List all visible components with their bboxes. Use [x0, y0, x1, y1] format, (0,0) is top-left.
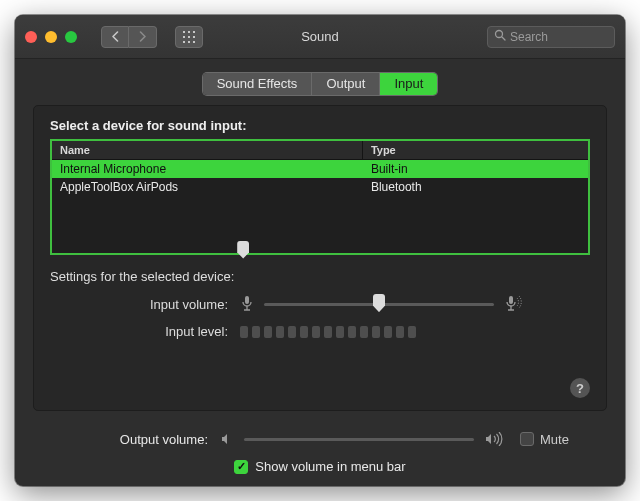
show-volume-checkbox[interactable]	[234, 460, 248, 474]
show-all-button[interactable]	[175, 26, 203, 48]
checkbox-icon	[520, 432, 534, 446]
svg-rect-5	[193, 36, 195, 38]
svg-rect-1	[188, 31, 190, 33]
search-icon	[494, 29, 506, 44]
output-volume-slider[interactable]	[244, 429, 474, 449]
svg-rect-4	[188, 36, 190, 38]
minimize-window-button[interactable]	[45, 31, 57, 43]
svg-rect-7	[188, 41, 190, 43]
column-type: Type	[363, 141, 588, 159]
back-button[interactable]	[101, 26, 129, 48]
input-volume-slider[interactable]	[264, 294, 494, 314]
svg-point-9	[496, 31, 503, 38]
output-volume-label: Output volume:	[45, 432, 220, 447]
input-level-meter	[240, 326, 416, 338]
microphone-low-icon	[240, 295, 254, 313]
tab-bar: Sound Effects Output Input	[15, 59, 625, 105]
input-panel: Select a device for sound input: Name Ty…	[33, 105, 607, 411]
close-window-button[interactable]	[25, 31, 37, 43]
input-device-table[interactable]: Name Type Internal Microphone Built-in A…	[50, 139, 590, 255]
help-button[interactable]: ?	[570, 378, 590, 398]
search-placeholder: Search	[510, 30, 548, 44]
svg-rect-3	[183, 36, 185, 38]
tab-input[interactable]: Input	[380, 73, 437, 95]
nav-buttons	[101, 26, 157, 48]
mute-checkbox[interactable]: Mute	[520, 432, 569, 447]
mute-label: Mute	[540, 432, 569, 447]
svg-rect-2	[193, 31, 195, 33]
tab-sound-effects[interactable]: Sound Effects	[203, 73, 313, 95]
slider-track	[244, 438, 474, 441]
svg-line-10	[502, 37, 505, 40]
window-controls	[25, 31, 77, 43]
svg-rect-14	[509, 296, 513, 304]
speaker-low-icon	[220, 432, 234, 446]
input-device-heading: Select a device for sound input:	[50, 118, 590, 133]
input-level-label: Input level:	[50, 324, 240, 339]
search-field[interactable]: Search	[487, 26, 615, 48]
settings-heading: Settings for the selected device:	[50, 269, 590, 284]
input-volume-label: Input volume:	[50, 297, 240, 312]
table-row[interactable]: AppleToolBox AirPods Bluetooth	[52, 178, 588, 196]
microphone-high-icon	[504, 295, 524, 313]
zoom-window-button[interactable]	[65, 31, 77, 43]
show-volume-label: Show volume in menu bar	[255, 459, 405, 474]
sound-preferences-window: Sound Search Sound Effects Output Input …	[15, 15, 625, 486]
table-header: Name Type	[52, 141, 588, 160]
show-volume-row: Show volume in menu bar	[45, 459, 595, 474]
svg-rect-11	[245, 296, 249, 304]
output-section: Output volume: Mute Show volume in menu …	[15, 425, 625, 486]
slider-thumb[interactable]	[373, 294, 385, 312]
svg-rect-6	[183, 41, 185, 43]
tab-output[interactable]: Output	[312, 73, 380, 95]
svg-rect-8	[193, 41, 195, 43]
input-volume-row: Input volume:	[50, 294, 590, 314]
titlebar: Sound Search	[15, 15, 625, 59]
input-level-row: Input level:	[50, 324, 590, 339]
table-row[interactable]: Internal Microphone Built-in	[52, 160, 588, 178]
svg-rect-0	[183, 31, 185, 33]
output-volume-row: Output volume: Mute	[45, 429, 595, 449]
forward-button[interactable]	[129, 26, 157, 48]
column-name: Name	[52, 141, 363, 159]
speaker-high-icon	[484, 432, 506, 446]
